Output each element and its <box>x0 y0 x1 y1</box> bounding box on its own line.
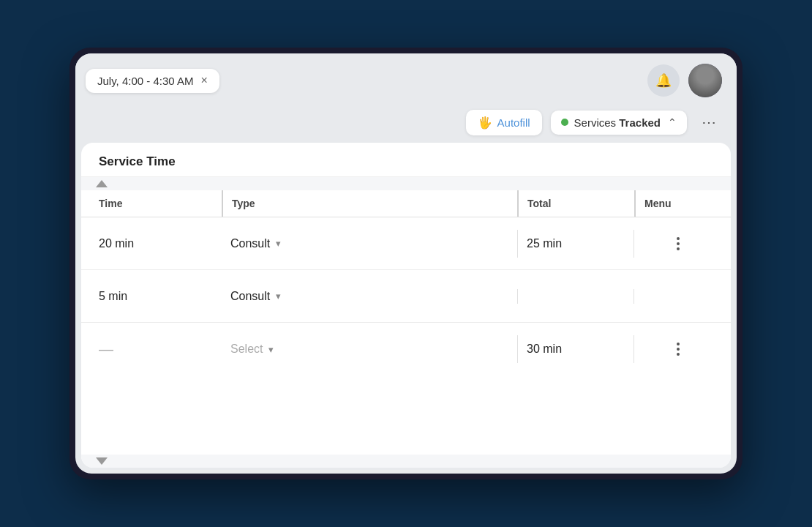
dropdown-arrow-icon: ▾ <box>276 238 281 249</box>
screen: July, 4:00 - 4:30 AM × 🔔 🖐 Autofill <box>75 53 737 474</box>
section-title: Service Time <box>81 143 731 177</box>
close-icon[interactable]: × <box>200 75 207 86</box>
dot <box>677 237 680 240</box>
dot <box>677 353 680 356</box>
row-time: — <box>90 334 222 365</box>
top-bar: July, 4:00 - 4:30 AM × 🔔 <box>75 53 737 105</box>
scroll-arrow-down[interactable] <box>81 455 731 468</box>
row-type[interactable]: Consult ▾ <box>222 230 517 258</box>
row-menu-button[interactable] <box>671 340 685 359</box>
avatar[interactable] <box>688 64 722 97</box>
type-dropdown[interactable]: Consult ▾ <box>230 237 508 250</box>
column-menu: Menu <box>634 190 722 217</box>
row-menu[interactable] <box>634 227 722 261</box>
dot <box>677 242 680 245</box>
dot <box>677 343 680 345</box>
row-time: 20 min <box>90 230 222 258</box>
row-type[interactable]: Select ▾ <box>222 335 517 363</box>
column-type: Type <box>222 190 517 217</box>
row-type[interactable]: Consult ▾ <box>222 283 517 310</box>
row-menu-button[interactable] <box>671 234 685 253</box>
services-label: Services Tracked <box>574 116 661 129</box>
dot <box>677 348 680 351</box>
table-header: Time Type Total Menu <box>81 190 731 217</box>
top-right-controls: 🔔 <box>647 64 722 97</box>
dropdown-arrow-icon: ▾ <box>268 344 274 355</box>
column-time: Time <box>90 190 222 217</box>
scroll-arrow-up[interactable] <box>81 177 731 190</box>
toolbar: 🖐 Autofill Services Tracked ⌃ ⋯ <box>75 105 737 143</box>
device-frame: July, 4:00 - 4:30 AM × 🔔 🖐 Autofill <box>69 48 743 479</box>
autofill-label: Autofill <box>497 116 530 129</box>
autofill-icon: 🖐 <box>478 116 492 130</box>
row-total <box>517 289 634 304</box>
table-row: — Select ▾ 30 min <box>81 323 731 375</box>
date-chip[interactable]: July, 4:00 - 4:30 AM × <box>86 69 219 93</box>
column-total: Total <box>517 190 634 217</box>
row-menu[interactable] <box>634 332 722 366</box>
row-total: 30 min <box>517 335 634 363</box>
dropdown-arrow-icon: ▾ <box>276 291 281 302</box>
status-dot <box>561 119 568 126</box>
more-dots-icon: ⋯ <box>702 113 717 131</box>
up-arrow-icon <box>96 180 108 187</box>
more-options-button[interactable]: ⋯ <box>696 109 722 135</box>
down-arrow-icon <box>96 457 108 465</box>
autofill-button[interactable]: 🖐 Autofill <box>466 110 542 135</box>
bell-icon: 🔔 <box>655 72 672 89</box>
avatar-image <box>688 64 722 97</box>
table-row: 5 min Consult ▾ <box>81 270 731 323</box>
main-content: Service Time Time Type Total Menu 20 min <box>81 143 731 468</box>
type-dropdown[interactable]: Select ▾ <box>230 343 508 356</box>
row-total: 25 min <box>517 230 634 258</box>
table-body: 20 min Consult ▾ 25 min <box>81 217 731 455</box>
chevron-up-icon: ⌃ <box>668 116 677 128</box>
table-row: 20 min Consult ▾ 25 min <box>81 217 731 270</box>
type-dropdown[interactable]: Consult ▾ <box>230 290 508 303</box>
services-tracked-button[interactable]: Services Tracked ⌃ <box>551 111 687 135</box>
date-label: July, 4:00 - 4:30 AM <box>97 75 193 87</box>
notification-button[interactable]: 🔔 <box>647 64 680 97</box>
dot <box>677 247 680 250</box>
row-time: 5 min <box>90 283 222 310</box>
row-menu <box>634 289 722 304</box>
